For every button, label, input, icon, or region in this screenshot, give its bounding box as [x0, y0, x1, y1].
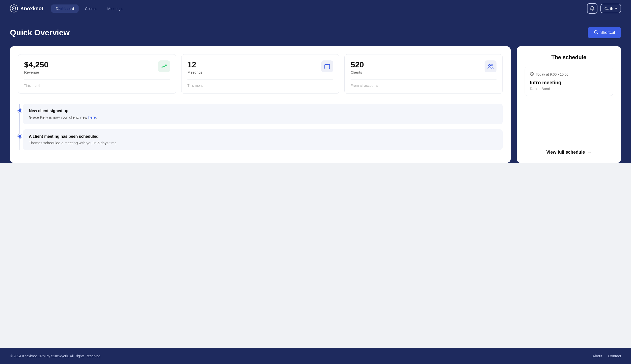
nav-links: Dashboard Clients Meetings	[51, 4, 579, 13]
nav-meetings[interactable]: Meetings	[103, 4, 127, 13]
navbar: Knoxknot Dashboard Clients Meetings Gali…	[0, 0, 631, 17]
svg-line-3	[597, 33, 598, 34]
dashboard-layout: $4,250 Revenue This month	[10, 46, 621, 163]
svg-rect-8	[326, 67, 327, 68]
stat-period-clients: From all accounts	[350, 79, 496, 88]
nav-right: Galih ▾	[587, 3, 621, 14]
activity-text-1: Thomas scheduled a meeting with you in 5…	[29, 141, 497, 145]
user-menu-button[interactable]: Galih ▾	[600, 4, 621, 13]
page-header: Quick Overview Shortcut	[10, 27, 621, 38]
svg-rect-9	[328, 67, 328, 68]
stat-label-clients: Clients	[350, 70, 364, 74]
activity-text-before-0: Grace Kelly is now your client, view	[29, 115, 88, 119]
activity-dot-0	[18, 109, 22, 113]
svg-rect-4	[325, 64, 330, 69]
svg-point-10	[488, 64, 490, 66]
stat-card-clients: 520 Clients From all account	[344, 54, 503, 94]
stat-label-revenue: Revenue	[24, 70, 48, 74]
footer-copyright: © 2024 Knoxknot CRM by 51newyork. All Ri…	[10, 354, 102, 358]
schedule-event-card: Today at 9:00 - 10:00 Intro meeting Dani…	[524, 67, 613, 96]
stat-value-clients: 520	[350, 60, 364, 69]
footer-link-about[interactable]: About	[592, 354, 602, 358]
stat-period-meetings: This month	[188, 79, 334, 88]
right-panel: The schedule Today at 9:00 - 10:00 Intro…	[517, 46, 621, 163]
schedule-time-label: Today at 9:00 - 10:00	[536, 72, 568, 76]
stat-top-clients: 520 Clients	[350, 60, 496, 74]
svg-point-11	[491, 65, 493, 66]
activity-title-0: New client signed up!	[29, 109, 497, 113]
shortcut-label: Shortcut	[600, 30, 615, 35]
main-bg: Quick Overview Shortcut $4,250	[0, 17, 631, 163]
stat-top-meetings: 12 Meetings	[188, 60, 334, 74]
meetings-icon	[321, 60, 333, 72]
activity-link-0[interactable]: here	[88, 115, 96, 119]
activity-dot-1	[18, 134, 22, 138]
stat-value-meetings: 12	[188, 60, 203, 69]
svg-point-1	[14, 8, 14, 9]
activity-card-0: New client signed up! Grace Kelly is now…	[23, 104, 503, 124]
stat-text-revenue: $4,250 Revenue	[24, 60, 48, 74]
stats-grid: $4,250 Revenue This month	[18, 54, 503, 94]
nav-clients[interactable]: Clients	[80, 4, 101, 13]
chevron-down-icon: ▾	[615, 6, 617, 11]
search-icon	[594, 30, 598, 35]
page-title: Quick Overview	[10, 28, 70, 37]
nav-dashboard[interactable]: Dashboard	[51, 4, 78, 13]
arrow-right-icon: →	[587, 150, 592, 155]
footer-link-contact[interactable]: Contact	[608, 354, 621, 358]
schedule-meeting-name: Intro meeting	[530, 80, 608, 86]
activity-section: New client signed up! Grace Kelly is now…	[18, 104, 503, 150]
view-schedule-section: View full schedule →	[524, 150, 613, 155]
activity-text-after-0: .	[96, 115, 97, 119]
schedule-time: Today at 9:00 - 10:00	[530, 72, 608, 77]
stat-card-revenue: $4,250 Revenue This month	[18, 54, 176, 94]
revenue-icon	[158, 60, 170, 72]
stat-text-meetings: 12 Meetings	[188, 60, 203, 74]
shortcut-button[interactable]: Shortcut	[588, 27, 621, 38]
view-full-schedule-link[interactable]: View full schedule →	[524, 150, 613, 155]
user-name: Galih	[604, 6, 613, 11]
activity-card-1: A client meeting has been scheduled Thom…	[23, 129, 503, 150]
stat-period-revenue: This month	[24, 79, 170, 88]
footer: © 2024 Knoxknot CRM by 51newyork. All Ri…	[0, 348, 631, 364]
schedule-title: The schedule	[524, 54, 613, 61]
activity-item-0: New client signed up! Grace Kelly is now…	[23, 104, 503, 124]
stat-top-revenue: $4,250 Revenue	[24, 60, 170, 74]
clients-icon	[484, 60, 496, 72]
stat-label-meetings: Meetings	[188, 70, 203, 74]
activity-title-1: A client meeting has been scheduled	[29, 134, 497, 139]
svg-line-14	[532, 74, 532, 74]
brand-name: Knoxknot	[20, 6, 43, 12]
notification-bell-button[interactable]	[587, 3, 598, 14]
activity-text-0: Grace Kelly is now your client, view her…	[29, 115, 497, 119]
stat-card-meetings: 12 Meetings	[181, 54, 340, 94]
footer-links: About Contact	[592, 354, 621, 358]
brand: Knoxknot	[10, 4, 43, 12]
left-panel: $4,250 Revenue This month	[10, 46, 511, 163]
schedule-person-name: Daniel Bond	[530, 86, 608, 91]
view-schedule-label: View full schedule	[546, 150, 585, 155]
clock-icon	[530, 72, 534, 77]
stat-text-clients: 520 Clients	[350, 60, 364, 74]
activity-item-1: A client meeting has been scheduled Thom…	[23, 129, 503, 150]
brand-icon	[10, 4, 18, 12]
stat-value-revenue: $4,250	[24, 60, 48, 69]
